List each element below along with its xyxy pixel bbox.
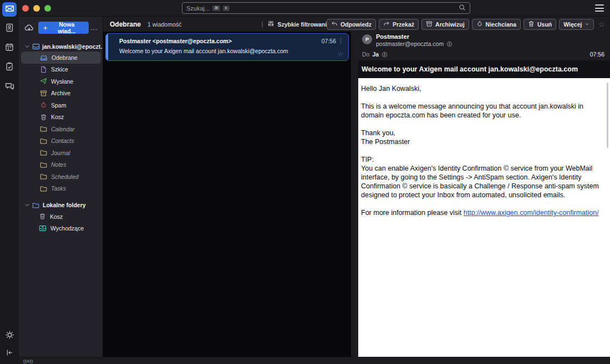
folder-label: Spam	[51, 102, 66, 109]
body-scrollbar[interactable]	[607, 83, 608, 148]
junk-button[interactable]: Niechciana	[472, 19, 521, 30]
message-list: Postmaster <postmaster@epoczta.com> Welc…	[103, 32, 351, 357]
more-info-prefix: For more information please visit	[361, 209, 464, 217]
folder-icon	[40, 161, 47, 168]
chevron-down-icon	[24, 202, 30, 208]
pane-splitter[interactable]	[351, 17, 358, 357]
settings-button[interactable]	[2, 329, 17, 343]
global-search-field[interactable]: Szukaj... ⌘ K	[182, 2, 470, 14]
sender-email[interactable]: postmaster@epoczta.com	[376, 40, 444, 48]
archive-label: Archiwizuj	[435, 21, 465, 28]
gear-icon	[5, 330, 14, 342]
more-label: Więcej	[563, 21, 582, 28]
message-overflow-button[interactable]: ⋮	[338, 37, 344, 44]
app-window: Szukaj... ⌘ K + Nowa wiad... ... jan.kow…	[0, 0, 610, 364]
star-message-button[interactable]: ☆	[598, 20, 605, 29]
message-actions-toolbar: Odpowiedz Przekaż Archiwizuj Niechciana …	[358, 17, 610, 32]
folder-item-wyslane[interactable]: Wysłane	[19, 75, 103, 88]
folder-item-scheduled[interactable]: Scheduled	[19, 171, 103, 183]
main-content: + Nowa wiad... ... jan.kowalski@epoczt..…	[19, 17, 610, 357]
folder-label: Kosz	[50, 213, 63, 220]
folder-item-journal[interactable]: Journal	[19, 147, 103, 159]
spam-flame-icon	[40, 101, 47, 109]
new-message-button[interactable]: + Nowa wiad...	[38, 22, 89, 34]
unified-toolbar: Szukaj... ⌘ K	[19, 0, 610, 17]
calendar-icon	[5, 43, 14, 54]
folder-label: Calendar	[51, 126, 75, 132]
get-messages-icon[interactable]	[24, 23, 34, 33]
folder-pane-options-button[interactable]: ...	[89, 24, 99, 32]
space-tab-chat[interactable]	[2, 80, 17, 94]
space-tab-tasks[interactable]	[2, 60, 17, 75]
close-window-button[interactable]	[22, 5, 29, 12]
minimize-window-button[interactable]	[33, 5, 40, 12]
archive-box-icon	[40, 90, 47, 97]
folder-item-notes[interactable]: Notes	[19, 159, 103, 171]
space-tab-calendar[interactable]	[2, 41, 17, 55]
folder-label: Odebrane	[52, 54, 78, 61]
message-pane: Odpowiedz Przekaż Archiwizuj Niechciana …	[358, 17, 610, 357]
delete-button[interactable]: Usuń	[523, 19, 556, 30]
forward-label: Przekaż	[393, 21, 414, 28]
folder-label: Kosz	[51, 114, 64, 120]
zoom-window-button[interactable]	[44, 5, 51, 12]
star-icon[interactable]: ☆	[337, 50, 344, 58]
reply-button[interactable]: Odpowiedz	[327, 19, 376, 30]
contact-avatar-icon[interactable]	[446, 41, 453, 47]
quick-filter-button[interactable]: Szybkie filtrowanie	[267, 19, 330, 29]
more-button[interactable]: Więcej	[559, 19, 594, 30]
search-placeholder: Szukaj...	[186, 5, 210, 12]
forward-button[interactable]: Przekaż	[379, 19, 419, 30]
folder-label: Scheduled	[51, 173, 79, 180]
folder-item-contacts[interactable]: Contacts	[19, 135, 103, 147]
body-thanks: Thank you,	[361, 129, 604, 137]
folder-item-kosz[interactable]: Kosz	[19, 111, 103, 124]
folder-item-spam[interactable]: Spam	[19, 99, 103, 111]
window-controls	[22, 5, 51, 12]
address-book-icon	[5, 23, 14, 34]
identity-confirmation-link[interactable]: http://www.axigen.com/identity-confirmat…	[464, 209, 599, 217]
folder-item-tasks[interactable]: Tasks	[19, 183, 103, 195]
status-bar: ((o))	[19, 357, 610, 364]
outbox-icon	[39, 224, 47, 232]
message-list-item[interactable]: Postmaster <postmaster@epoczta.com> Welc…	[105, 33, 349, 61]
trash-icon	[40, 114, 47, 121]
to-label: Do	[362, 51, 369, 58]
status-indicator: ((o))	[23, 358, 33, 363]
folder-item-archive[interactable]: Archive	[19, 88, 103, 100]
chevron-down-icon	[584, 21, 589, 28]
folder-item-odebrane[interactable]: Odebrane	[21, 52, 101, 64]
reply-arrow-icon	[331, 20, 338, 28]
message-time: 07:56	[322, 38, 336, 44]
forward-arrow-icon	[383, 20, 390, 28]
junk-label: Niechciana	[486, 21, 516, 28]
folder-pane-header: + Nowa wiad... ...	[19, 21, 103, 34]
body-greeting: Hello Jan Kowalski,	[361, 84, 604, 93]
body-signature: The Postmaster	[361, 137, 604, 146]
contact-avatar-icon[interactable]	[382, 52, 388, 58]
account-row[interactable]: jan.kowalski@epoczt...	[19, 42, 103, 52]
drafts-file-icon	[40, 66, 47, 73]
collapse-spaces-button[interactable]	[2, 346, 17, 361]
reply-label: Odpowiedz	[340, 21, 372, 28]
app-menu-button[interactable]	[595, 4, 604, 12]
local-folders-icon	[32, 202, 39, 209]
archive-button[interactable]: Archiwizuj	[421, 19, 469, 30]
body-paragraph: This is a welcome message announcing you…	[361, 102, 604, 120]
folder-item-local-kosz[interactable]: Kosz	[19, 211, 103, 223]
sent-plane-icon	[40, 78, 47, 85]
list-title: Odebrane	[110, 20, 141, 28]
spaces-toolbar	[0, 0, 19, 364]
folder-item-calendar[interactable]: Calendar	[19, 123, 103, 135]
to-recipient[interactable]: Ja	[372, 51, 379, 58]
folder-label: Contacts	[51, 137, 74, 144]
local-folders-row[interactable]: Lokalne foldery	[19, 199, 103, 211]
space-tab-address-book[interactable]	[2, 22, 17, 36]
folder-item-szkice[interactable]: Szkice	[19, 64, 103, 76]
space-tab-mail[interactable]	[2, 2, 17, 17]
folder-label: Journal	[51, 150, 70, 156]
folder-item-wychodzace[interactable]: Wychodzące	[19, 223, 103, 235]
folder-label: Archive	[51, 90, 70, 96]
header-divider	[262, 22, 263, 27]
message-count: 1 wiadomość	[148, 21, 181, 28]
